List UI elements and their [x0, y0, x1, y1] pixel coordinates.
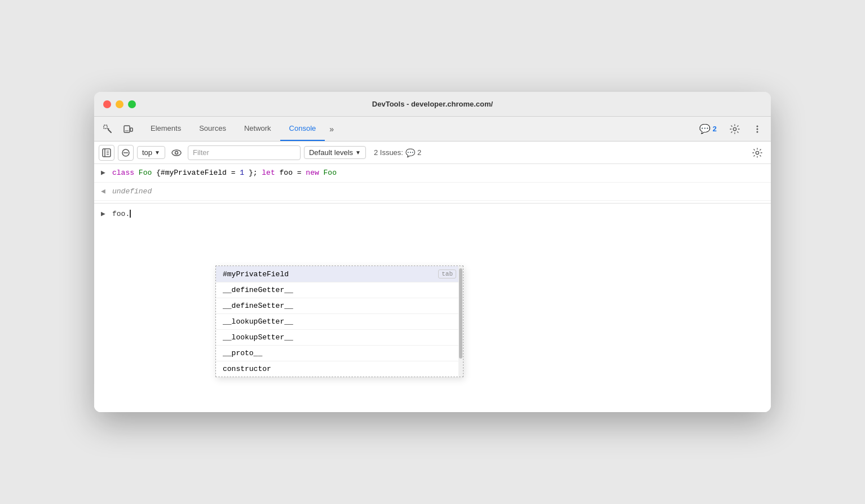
sidebar-icon — [102, 148, 111, 157]
context-selector[interactable]: top ▼ — [137, 146, 165, 159]
svg-point-5 — [757, 125, 758, 127]
eye-icon — [171, 147, 182, 158]
console-separator — [94, 203, 771, 204]
undefined-value: undefined — [112, 186, 152, 197]
scrollbar-thumb — [459, 268, 462, 359]
input-text: foo. — [112, 210, 130, 218]
number-1: 1 — [240, 169, 244, 177]
devtools-content: Elements Sources Network Console » 💬 — [94, 117, 771, 412]
sidebar-toggle-button[interactable] — [99, 145, 114, 161]
svg-point-17 — [756, 151, 758, 154]
input-arrow: ▶ — [101, 209, 110, 218]
maximize-button[interactable] — [128, 100, 136, 108]
tab-console[interactable]: Console — [280, 117, 325, 141]
settings-icon — [730, 124, 740, 134]
devtools-window: DevTools - developer.chrome.com/ — [94, 92, 771, 412]
keyword-new: new — [306, 169, 319, 177]
levels-dropdown-arrow-icon: ▼ — [355, 149, 361, 156]
close-button[interactable] — [103, 100, 111, 108]
clear-console-button[interactable] — [118, 145, 134, 161]
svg-point-15 — [172, 150, 181, 156]
autocomplete-text-6: constructor — [223, 365, 271, 373]
svg-point-7 — [757, 131, 758, 132]
autocomplete-text-1: __defineGetter__ — [223, 286, 293, 294]
more-options-button[interactable] — [748, 120, 766, 138]
issues-badge-button[interactable]: 💬 2 — [695, 121, 721, 136]
class-ref-foo: Foo — [324, 169, 337, 177]
autocomplete-item-5[interactable]: __proto__ — [216, 346, 463, 361]
log-levels-selector[interactable]: Default levels ▼ — [304, 146, 366, 159]
issues-chat-icon: 💬 — [405, 148, 415, 157]
tab-hint-0: tab — [438, 269, 456, 278]
device-icon — [123, 124, 133, 134]
autocomplete-text-3: __lookupGetter__ — [223, 317, 293, 326]
title-bar: DevTools - developer.chrome.com/ — [94, 92, 771, 117]
context-label: top — [142, 148, 152, 157]
window-title: DevTools - developer.chrome.com/ — [372, 100, 493, 108]
chat-icon: 💬 — [699, 123, 710, 134]
more-tabs-button[interactable]: » — [325, 117, 338, 141]
console-area: ▶ class Foo {#myPrivateField = 1 }; let … — [94, 164, 771, 412]
autocomplete-text-5: __proto__ — [223, 349, 262, 357]
keyword-let: let — [262, 169, 275, 177]
live-expressions-button[interactable] — [169, 145, 184, 161]
tab-sources[interactable]: Sources — [190, 117, 235, 141]
console-toolbar: top ▼ Default levels ▼ 2 Issues: 💬 2 — [94, 142, 771, 164]
autocomplete-dropdown: #myPrivateField tab __defineGetter__ __d… — [215, 266, 464, 377]
tabs: Elements Sources Network Console » — [142, 117, 695, 141]
expand-arrow-1[interactable]: ▶ — [101, 167, 110, 179]
issues-label: 2 Issues: 💬 2 — [374, 148, 421, 157]
issues-count-label: 2 — [417, 148, 421, 157]
autocomplete-text-0: #myPrivateField — [223, 270, 289, 278]
clear-icon — [121, 148, 130, 157]
svg-rect-2 — [130, 128, 133, 131]
minimize-button[interactable] — [116, 100, 123, 108]
autocomplete-item-2[interactable]: __defineSetter__ — [216, 298, 463, 314]
console-line-2: ◀ undefined — [94, 183, 771, 201]
svg-rect-0 — [104, 125, 107, 129]
log-levels-label: Default levels — [309, 148, 353, 157]
device-toggle-button[interactable] — [119, 120, 137, 138]
console-settings-button[interactable] — [748, 144, 766, 162]
console-line-1: ▶ class Foo {#myPrivateField = 1 }; let … — [94, 164, 771, 183]
inspect-icon — [103, 124, 113, 134]
console-input-line[interactable]: ▶ foo. — [94, 206, 771, 222]
svg-rect-1 — [124, 126, 130, 132]
autocomplete-text-4: __lookupSetter__ — [223, 333, 293, 342]
autocomplete-item-4[interactable]: __lookupSetter__ — [216, 330, 463, 346]
svg-point-6 — [757, 128, 758, 130]
tab-bar-right: 💬 2 — [695, 120, 766, 138]
scrollbar-track[interactable] — [458, 266, 463, 377]
class-name-foo: Foo — [139, 169, 152, 177]
svg-point-4 — [733, 127, 736, 130]
tab-elements[interactable]: Elements — [142, 117, 190, 141]
settings-button[interactable] — [726, 120, 744, 138]
issues-text: 2 Issues: — [374, 148, 403, 157]
traffic-lights — [103, 100, 136, 108]
autocomplete-item-0[interactable]: #myPrivateField tab — [216, 266, 463, 282]
console-gear-icon — [752, 148, 762, 158]
autocomplete-text-2: __defineSetter__ — [223, 302, 293, 310]
autocomplete-item-6[interactable]: constructor — [216, 361, 463, 377]
kebab-icon — [752, 124, 762, 134]
tab-bar: Elements Sources Network Console » 💬 — [94, 117, 771, 142]
code-line-1: class Foo {#myPrivateField = 1 }; let fo… — [112, 167, 337, 179]
dropdown-arrow-icon: ▼ — [155, 149, 160, 156]
tab-bar-icons — [99, 120, 137, 138]
issues-count: 2 — [713, 125, 717, 133]
autocomplete-item-1[interactable]: __defineGetter__ — [216, 282, 463, 298]
cursor — [130, 210, 131, 218]
output-arrow: ◀ — [101, 186, 110, 197]
filter-input[interactable] — [188, 145, 301, 160]
autocomplete-item-3[interactable]: __lookupGetter__ — [216, 314, 463, 330]
tab-network[interactable]: Network — [235, 117, 280, 141]
svg-point-16 — [175, 151, 178, 154]
keyword-class: class — [112, 169, 134, 177]
inspect-element-button[interactable] — [99, 120, 117, 138]
